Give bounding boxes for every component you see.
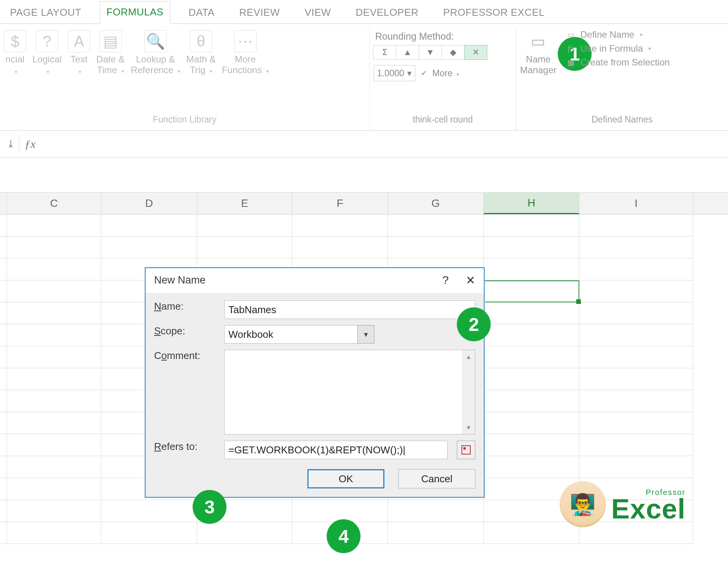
btn-more-functions[interactable]: ⋯ MoreFunctions ▾: [222, 29, 269, 77]
group-function-library: $ ncial ▾ ? Logical ▾ A Text ▾ ▤ Date &T…: [0, 27, 370, 130]
use-in-formula-icon: ƒx: [566, 44, 577, 53]
tab-formulas[interactable]: FORMULAS: [100, 1, 170, 24]
btn-create-from-selection[interactable]: ▦ Create from Selection: [566, 57, 670, 68]
scroll-down-icon[interactable]: ▾: [467, 423, 470, 432]
selected-cell[interactable]: [484, 280, 579, 302]
dialog-title: New Name: [154, 274, 206, 286]
btn-use-in-formula[interactable]: ƒx Use in Formula ▾: [566, 43, 670, 54]
name-label: Name:: [154, 300, 219, 312]
tab-developer[interactable]: DEVELOPER: [349, 2, 424, 24]
logical-icon: ?: [36, 30, 58, 52]
btn-math-trig-label: Math &Trig ▾: [186, 54, 216, 77]
text-icon: A: [68, 30, 90, 52]
chevron-down-icon: ▾: [47, 66, 49, 77]
btn-text[interactable]: A Text ▾: [68, 29, 90, 77]
group-defined-names: ▭ NameManager ▭ Define Name ▾ ƒx Use in …: [516, 27, 728, 130]
callout-2: 2: [457, 307, 491, 341]
help-icon[interactable]: ?: [442, 273, 449, 287]
refers-to-input[interactable]: [224, 441, 448, 459]
btn-lookup-reference[interactable]: 🔍 Lookup &Reference ▾: [131, 29, 180, 77]
name-manager-icon: ▭: [527, 30, 549, 52]
btn-lookup-label: Lookup &Reference ▾: [131, 54, 180, 77]
professor-excel-logo: 👨‍🏫 Professor Excel: [560, 481, 686, 527]
cancel-button[interactable]: Cancel: [398, 469, 475, 488]
chevron-down-icon: ▾: [407, 68, 412, 79]
scope-dropdown-button[interactable]: ▾: [357, 325, 374, 344]
tab-view[interactable]: VIEW: [299, 2, 337, 24]
col-header-h[interactable]: H: [484, 193, 579, 214]
chevron-down-icon: ▾: [79, 66, 81, 77]
round-none-icon[interactable]: ✕: [464, 45, 487, 60]
create-from-selection-icon: ▦: [566, 58, 577, 67]
check-icon[interactable]: ✔: [418, 69, 429, 78]
group-caption-thinkcell: think-cell round: [374, 112, 512, 128]
tab-review[interactable]: REVIEW: [233, 2, 286, 24]
btn-define-name[interactable]: ▭ Define Name ▾: [566, 29, 670, 40]
btn-name-manager[interactable]: ▭ NameManager: [520, 29, 557, 75]
refers-to-label: Refers to:: [154, 441, 219, 453]
btn-name-manager-label: NameManager: [520, 54, 557, 75]
create-from-selection-label: Create from Selection: [580, 57, 670, 68]
callout-4: 4: [327, 519, 361, 553]
btn-financial-label: ncial: [5, 54, 24, 65]
range-picker-button[interactable]: [457, 441, 475, 459]
group-caption-function-library: Function Library: [4, 112, 366, 128]
define-name-icon: ▭: [566, 30, 577, 39]
btn-financial[interactable]: $ ncial ▾: [4, 29, 26, 77]
svg-rect-1: [463, 447, 466, 450]
ribbon-tabs: PAGE LAYOUT FORMULAS DATA REVIEW VIEW DE…: [0, 0, 728, 24]
callout-3: 3: [193, 490, 226, 524]
comment-scrollbar[interactable]: ▴▾: [462, 350, 475, 434]
btn-math-trig[interactable]: θ Math &Trig ▾: [186, 29, 216, 77]
close-icon[interactable]: ✕: [466, 273, 475, 287]
professor-face-icon: 👨‍🏫: [560, 481, 606, 527]
scroll-up-icon[interactable]: ▴: [467, 352, 470, 361]
chevron-down-icon: ▾: [648, 45, 651, 52]
group-thinkcell-round: Rounding Method: Σ̄ ▲ ▼ ◆ ✕ 1.0000 ▾ ✔ M…: [370, 27, 516, 130]
ok-button[interactable]: OK: [307, 469, 384, 488]
col-header-f[interactable]: F: [292, 193, 388, 214]
round-sum-icon[interactable]: Σ̄: [373, 45, 396, 60]
date-time-icon: ▤: [99, 30, 122, 52]
more-functions-icon: ⋯: [234, 30, 257, 52]
define-name-label: Define Name: [580, 29, 634, 40]
col-header-g[interactable]: G: [388, 193, 484, 214]
formula-bar: ⤓ ƒx: [0, 131, 728, 158]
tab-page-layout[interactable]: PAGE LAYOUT: [4, 2, 87, 24]
col-header-c[interactable]: C: [7, 193, 101, 214]
comment-textarea[interactable]: [225, 350, 462, 434]
dialog-title-bar[interactable]: New Name ? ✕: [146, 268, 484, 294]
lookup-icon: 🔍: [144, 30, 167, 52]
formula-input[interactable]: [43, 131, 728, 157]
svg-rect-0: [462, 446, 470, 454]
btn-text-label: Text: [70, 54, 87, 65]
fx-icon[interactable]: ƒx: [21, 138, 42, 151]
round-half-icon[interactable]: ◆: [441, 45, 465, 60]
chevron-down-icon: ▾: [640, 32, 642, 38]
btn-date-time-label: Date &Time ▾: [96, 54, 124, 77]
use-in-formula-label: Use in Formula: [580, 43, 643, 54]
rounding-method-label: Rounding Method:: [374, 29, 512, 45]
round-down-icon[interactable]: ▼: [419, 45, 442, 60]
btn-date-time[interactable]: ▤ Date &Time ▾: [96, 29, 124, 77]
column-headers: C D E F G H I: [0, 192, 728, 215]
col-header-e[interactable]: E: [197, 193, 292, 214]
formula-cancel-icon[interactable]: ⤓: [2, 134, 19, 154]
col-header-stub: [0, 193, 7, 214]
logo-bottom-text: Excel: [611, 497, 686, 521]
tab-professor-excel[interactable]: PROFESSOR EXCEL: [437, 2, 551, 24]
col-header-i[interactable]: I: [579, 193, 693, 214]
chevron-down-icon: ▾: [15, 66, 17, 77]
rounding-more[interactable]: More ▾: [432, 68, 459, 79]
col-header-d[interactable]: D: [101, 193, 197, 214]
rounding-precision-combo[interactable]: 1.0000 ▾: [374, 65, 415, 81]
scope-label: Scope:: [154, 325, 219, 337]
rounding-method-icons: Σ̄ ▲ ▼ ◆ ✕: [374, 45, 512, 60]
tab-data[interactable]: DATA: [183, 2, 221, 24]
new-name-dialog: New Name ? ✕ Name: Scope: ▾ Comment: ▴▾ …: [145, 267, 485, 498]
comment-label: Comment:: [154, 350, 219, 362]
round-up-icon[interactable]: ▲: [396, 45, 419, 60]
btn-logical[interactable]: ? Logical ▾: [32, 29, 62, 77]
name-input[interactable]: [224, 300, 475, 319]
scope-select[interactable]: [224, 325, 357, 344]
